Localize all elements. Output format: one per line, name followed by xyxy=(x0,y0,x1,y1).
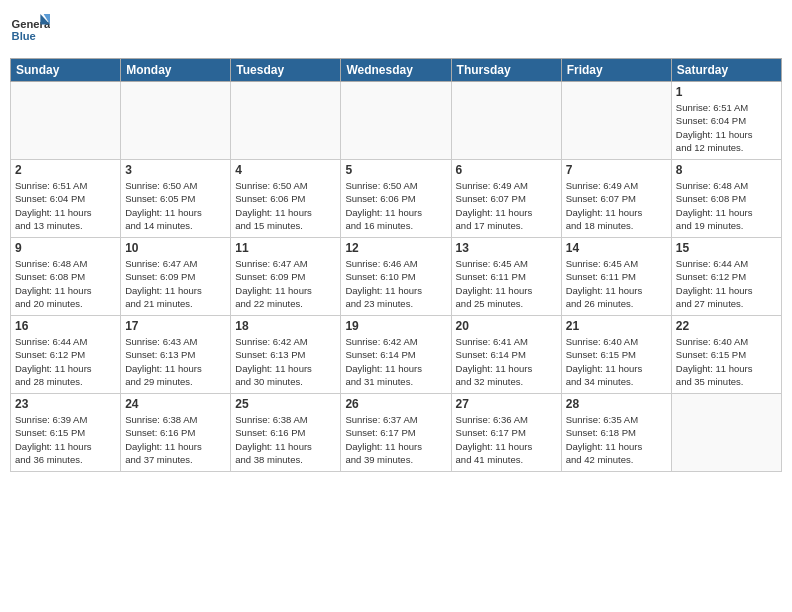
calendar-week-3: 16Sunrise: 6:44 AM Sunset: 6:12 PM Dayli… xyxy=(11,316,782,394)
day-number: 9 xyxy=(15,241,116,255)
day-number: 20 xyxy=(456,319,557,333)
day-number: 3 xyxy=(125,163,226,177)
calendar-cell: 8Sunrise: 6:48 AM Sunset: 6:08 PM Daylig… xyxy=(671,160,781,238)
day-info: Sunrise: 6:51 AM Sunset: 6:04 PM Dayligh… xyxy=(15,179,116,232)
day-number: 7 xyxy=(566,163,667,177)
day-number: 12 xyxy=(345,241,446,255)
day-number: 17 xyxy=(125,319,226,333)
calendar-cell: 19Sunrise: 6:42 AM Sunset: 6:14 PM Dayli… xyxy=(341,316,451,394)
calendar-table: SundayMondayTuesdayWednesdayThursdayFrid… xyxy=(10,58,782,472)
day-number: 2 xyxy=(15,163,116,177)
calendar-cell xyxy=(231,82,341,160)
day-number: 27 xyxy=(456,397,557,411)
day-info: Sunrise: 6:35 AM Sunset: 6:18 PM Dayligh… xyxy=(566,413,667,466)
day-number: 1 xyxy=(676,85,777,99)
calendar-weekday-monday: Monday xyxy=(121,59,231,82)
calendar-cell xyxy=(671,394,781,472)
calendar-week-2: 9Sunrise: 6:48 AM Sunset: 6:08 PM Daylig… xyxy=(11,238,782,316)
day-number: 5 xyxy=(345,163,446,177)
calendar-cell xyxy=(11,82,121,160)
day-number: 24 xyxy=(125,397,226,411)
day-info: Sunrise: 6:37 AM Sunset: 6:17 PM Dayligh… xyxy=(345,413,446,466)
day-number: 28 xyxy=(566,397,667,411)
calendar-cell: 25Sunrise: 6:38 AM Sunset: 6:16 PM Dayli… xyxy=(231,394,341,472)
day-info: Sunrise: 6:39 AM Sunset: 6:15 PM Dayligh… xyxy=(15,413,116,466)
day-number: 6 xyxy=(456,163,557,177)
svg-text:Blue: Blue xyxy=(12,30,36,42)
calendar-weekday-thursday: Thursday xyxy=(451,59,561,82)
day-info: Sunrise: 6:46 AM Sunset: 6:10 PM Dayligh… xyxy=(345,257,446,310)
calendar-cell: 1Sunrise: 6:51 AM Sunset: 6:04 PM Daylig… xyxy=(671,82,781,160)
calendar-weekday-friday: Friday xyxy=(561,59,671,82)
calendar-cell: 26Sunrise: 6:37 AM Sunset: 6:17 PM Dayli… xyxy=(341,394,451,472)
calendar-weekday-sunday: Sunday xyxy=(11,59,121,82)
calendar-cell: 7Sunrise: 6:49 AM Sunset: 6:07 PM Daylig… xyxy=(561,160,671,238)
day-info: Sunrise: 6:49 AM Sunset: 6:07 PM Dayligh… xyxy=(566,179,667,232)
day-info: Sunrise: 6:44 AM Sunset: 6:12 PM Dayligh… xyxy=(15,335,116,388)
day-number: 11 xyxy=(235,241,336,255)
day-info: Sunrise: 6:50 AM Sunset: 6:06 PM Dayligh… xyxy=(345,179,446,232)
calendar-cell: 14Sunrise: 6:45 AM Sunset: 6:11 PM Dayli… xyxy=(561,238,671,316)
calendar-cell: 4Sunrise: 6:50 AM Sunset: 6:06 PM Daylig… xyxy=(231,160,341,238)
calendar-cell: 20Sunrise: 6:41 AM Sunset: 6:14 PM Dayli… xyxy=(451,316,561,394)
day-number: 25 xyxy=(235,397,336,411)
page-header: General Blue xyxy=(10,10,782,50)
calendar-cell: 9Sunrise: 6:48 AM Sunset: 6:08 PM Daylig… xyxy=(11,238,121,316)
calendar-cell: 10Sunrise: 6:47 AM Sunset: 6:09 PM Dayli… xyxy=(121,238,231,316)
day-number: 4 xyxy=(235,163,336,177)
day-info: Sunrise: 6:51 AM Sunset: 6:04 PM Dayligh… xyxy=(676,101,777,154)
day-info: Sunrise: 6:45 AM Sunset: 6:11 PM Dayligh… xyxy=(566,257,667,310)
calendar-cell: 17Sunrise: 6:43 AM Sunset: 6:13 PM Dayli… xyxy=(121,316,231,394)
calendar-cell xyxy=(121,82,231,160)
day-info: Sunrise: 6:36 AM Sunset: 6:17 PM Dayligh… xyxy=(456,413,557,466)
calendar-cell: 27Sunrise: 6:36 AM Sunset: 6:17 PM Dayli… xyxy=(451,394,561,472)
calendar-cell: 28Sunrise: 6:35 AM Sunset: 6:18 PM Dayli… xyxy=(561,394,671,472)
calendar-cell xyxy=(341,82,451,160)
day-info: Sunrise: 6:45 AM Sunset: 6:11 PM Dayligh… xyxy=(456,257,557,310)
calendar-cell: 15Sunrise: 6:44 AM Sunset: 6:12 PM Dayli… xyxy=(671,238,781,316)
day-info: Sunrise: 6:44 AM Sunset: 6:12 PM Dayligh… xyxy=(676,257,777,310)
calendar-cell xyxy=(451,82,561,160)
day-number: 19 xyxy=(345,319,446,333)
calendar-cell: 23Sunrise: 6:39 AM Sunset: 6:15 PM Dayli… xyxy=(11,394,121,472)
calendar-cell: 2Sunrise: 6:51 AM Sunset: 6:04 PM Daylig… xyxy=(11,160,121,238)
day-number: 21 xyxy=(566,319,667,333)
day-info: Sunrise: 6:47 AM Sunset: 6:09 PM Dayligh… xyxy=(125,257,226,310)
day-info: Sunrise: 6:48 AM Sunset: 6:08 PM Dayligh… xyxy=(15,257,116,310)
calendar-weekday-wednesday: Wednesday xyxy=(341,59,451,82)
calendar-cell: 21Sunrise: 6:40 AM Sunset: 6:15 PM Dayli… xyxy=(561,316,671,394)
calendar-cell: 6Sunrise: 6:49 AM Sunset: 6:07 PM Daylig… xyxy=(451,160,561,238)
calendar-cell: 24Sunrise: 6:38 AM Sunset: 6:16 PM Dayli… xyxy=(121,394,231,472)
day-number: 13 xyxy=(456,241,557,255)
logo: General Blue xyxy=(10,10,50,50)
day-info: Sunrise: 6:47 AM Sunset: 6:09 PM Dayligh… xyxy=(235,257,336,310)
day-number: 18 xyxy=(235,319,336,333)
day-number: 8 xyxy=(676,163,777,177)
day-info: Sunrise: 6:38 AM Sunset: 6:16 PM Dayligh… xyxy=(125,413,226,466)
day-number: 14 xyxy=(566,241,667,255)
calendar-cell: 12Sunrise: 6:46 AM Sunset: 6:10 PM Dayli… xyxy=(341,238,451,316)
logo-icon: General Blue xyxy=(10,10,50,50)
calendar-cell xyxy=(561,82,671,160)
calendar-cell: 3Sunrise: 6:50 AM Sunset: 6:05 PM Daylig… xyxy=(121,160,231,238)
calendar-cell: 18Sunrise: 6:42 AM Sunset: 6:13 PM Dayli… xyxy=(231,316,341,394)
calendar-cell: 22Sunrise: 6:40 AM Sunset: 6:15 PM Dayli… xyxy=(671,316,781,394)
day-number: 10 xyxy=(125,241,226,255)
day-number: 23 xyxy=(15,397,116,411)
calendar-weekday-tuesday: Tuesday xyxy=(231,59,341,82)
calendar-cell: 11Sunrise: 6:47 AM Sunset: 6:09 PM Dayli… xyxy=(231,238,341,316)
day-number: 16 xyxy=(15,319,116,333)
calendar-header-row: SundayMondayTuesdayWednesdayThursdayFrid… xyxy=(11,59,782,82)
day-info: Sunrise: 6:48 AM Sunset: 6:08 PM Dayligh… xyxy=(676,179,777,232)
calendar-cell: 13Sunrise: 6:45 AM Sunset: 6:11 PM Dayli… xyxy=(451,238,561,316)
day-info: Sunrise: 6:50 AM Sunset: 6:06 PM Dayligh… xyxy=(235,179,336,232)
day-number: 22 xyxy=(676,319,777,333)
day-info: Sunrise: 6:40 AM Sunset: 6:15 PM Dayligh… xyxy=(676,335,777,388)
calendar-week-1: 2Sunrise: 6:51 AM Sunset: 6:04 PM Daylig… xyxy=(11,160,782,238)
day-info: Sunrise: 6:41 AM Sunset: 6:14 PM Dayligh… xyxy=(456,335,557,388)
day-info: Sunrise: 6:49 AM Sunset: 6:07 PM Dayligh… xyxy=(456,179,557,232)
calendar-week-0: 1Sunrise: 6:51 AM Sunset: 6:04 PM Daylig… xyxy=(11,82,782,160)
calendar-cell: 16Sunrise: 6:44 AM Sunset: 6:12 PM Dayli… xyxy=(11,316,121,394)
day-info: Sunrise: 6:50 AM Sunset: 6:05 PM Dayligh… xyxy=(125,179,226,232)
calendar-week-4: 23Sunrise: 6:39 AM Sunset: 6:15 PM Dayli… xyxy=(11,394,782,472)
